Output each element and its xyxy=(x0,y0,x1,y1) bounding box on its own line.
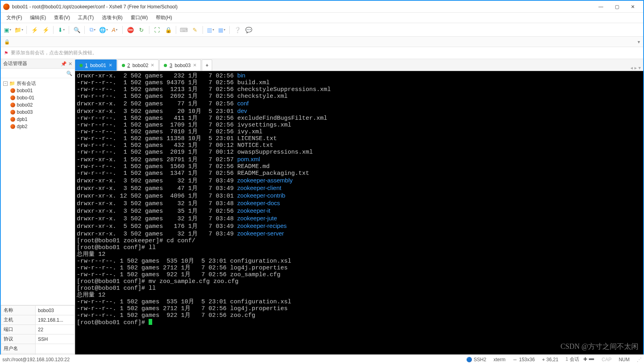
stop-icon[interactable]: ⛔ xyxy=(127,26,134,34)
tab-prev-icon[interactable]: ◂ xyxy=(630,65,633,71)
lock-icon[interactable]: 🔒 xyxy=(165,26,172,34)
status-num: NUM xyxy=(619,357,630,362)
menu-tabs[interactable]: 选项卡(B) xyxy=(99,13,126,22)
separator xyxy=(84,26,85,34)
tab-num: 1 xyxy=(85,63,88,68)
flag-icon: ⚑ xyxy=(4,50,8,56)
tab-close-icon[interactable]: ✕ xyxy=(109,63,112,68)
tab-bobo02[interactable]: 2 bobo02✕ xyxy=(117,59,159,71)
tab-label: bobo02 xyxy=(132,63,148,68)
tree-root[interactable]: − 📁 所有会话 xyxy=(2,80,73,87)
font-button[interactable]: A xyxy=(111,26,118,34)
copy-button[interactable]: ⧉ xyxy=(89,26,96,34)
chat-icon[interactable]: 💬 xyxy=(245,26,252,34)
titlebar: bobo01 - root@bobo01:/opt/zookeeper/conf… xyxy=(1,1,643,13)
prop-user-v xyxy=(36,344,75,354)
tab-num: 2 xyxy=(127,63,130,68)
status-dot-icon xyxy=(164,64,167,67)
status-sess: 1 会话 ✚ ➖ xyxy=(566,356,594,363)
xftp-button[interactable]: ⬇ xyxy=(58,26,65,34)
highlight-box-1 xyxy=(75,327,138,336)
search-icon[interactable]: 🔍 xyxy=(73,26,80,34)
window-title: bobo01 - root@bobo01:/opt/zookeeper/conf… xyxy=(12,4,593,10)
session-label: bobo01 xyxy=(17,88,33,93)
menu-help[interactable]: 帮助(H) xyxy=(153,13,175,22)
separator xyxy=(176,26,176,34)
tab-label: bobo03 xyxy=(175,63,191,68)
session-item[interactable]: bobo01 xyxy=(2,87,73,94)
session-icon xyxy=(10,110,15,115)
session-icon xyxy=(10,117,15,122)
highlight-icon[interactable]: ✎ xyxy=(191,26,199,34)
hint-bar: ⚑ 要添加当前会话，点击左侧的箭头按钮。 xyxy=(1,47,643,59)
session-item[interactable]: bobo02 xyxy=(2,101,73,109)
reconnect-button[interactable]: ⚡ xyxy=(31,26,38,34)
status-ssh: 🔵 SSH2 xyxy=(466,357,486,362)
prop-host-v: 192.168.1... xyxy=(36,315,75,325)
hint-text: 要添加当前会话，点击左侧的箭头按钮。 xyxy=(11,49,97,56)
menu-view[interactable]: 查看(V) xyxy=(51,13,73,22)
session-tree[interactable]: − 📁 所有会话 bobo01bobo-01bobo02bobo03dpb1dp… xyxy=(1,78,75,305)
toolbar: ▣ 📁 ⚡ ⚡ ⬇ 🔍 ⧉ 🌐 A ⛔ ↻ ⛶ 🔒 ⌨ ✎ ▥ ▦ ❔ 💬 xyxy=(1,23,643,37)
minimize-button[interactable]: — xyxy=(593,2,609,12)
session-item[interactable]: bobo-01 xyxy=(2,94,73,101)
tab-bobo03[interactable]: 3 bobo03✕ xyxy=(159,59,201,71)
separator xyxy=(229,26,230,34)
session-item[interactable]: bobo03 xyxy=(2,109,73,116)
tab-menu-icon[interactable]: ▾ xyxy=(638,65,641,71)
close-button[interactable]: ✕ xyxy=(625,2,641,12)
prop-user-k: 用户名 xyxy=(1,344,36,354)
layout2-icon[interactable]: ▦ xyxy=(218,26,225,34)
collapse-icon[interactable]: − xyxy=(3,81,8,86)
status-dot-icon xyxy=(122,64,125,67)
status-bar: ssh://root@192.168.100.120:22 🔵 SSH2 xte… xyxy=(0,354,644,364)
tab-label: bobo01 xyxy=(90,63,106,68)
workarea: 会话管理器 📌 ✕ 🔍 − 📁 所有会话 bobo01bobo-01bobo02… xyxy=(1,59,643,363)
help-icon[interactable]: ❔ xyxy=(234,26,241,34)
layout-icon[interactable]: ▥ xyxy=(207,26,214,34)
prop-port-v: 22 xyxy=(36,325,75,334)
address-bar[interactable]: 🔒 ▾ xyxy=(1,37,643,47)
disconnect-button[interactable]: ⚡ xyxy=(42,26,49,34)
chevron-down-icon[interactable]: ▾ xyxy=(638,39,640,45)
panel-search[interactable]: 🔍 xyxy=(1,69,75,78)
fullscreen-icon[interactable]: ⛶ xyxy=(153,26,161,34)
menu-edit[interactable]: 编辑(E) xyxy=(27,13,49,22)
tab-close-icon[interactable]: ✕ xyxy=(193,63,197,68)
session-item[interactable]: dpb1 xyxy=(2,116,73,123)
globe-icon[interactable]: 🌐 xyxy=(100,26,107,34)
menu-file[interactable]: 文件(F) xyxy=(3,13,25,22)
app-icon xyxy=(3,4,10,10)
prop-name-v: bobo03 xyxy=(36,306,75,315)
tab-bobo01[interactable]: 1 bobo01✕ xyxy=(75,59,117,71)
status-pos: ⌖ 36,21 xyxy=(542,357,559,362)
maximize-button[interactable]: ▢ xyxy=(609,2,625,12)
terminal[interactable]: drwxr-xr-x. 2 502 games 232 1月 7 02:56 b… xyxy=(75,71,643,327)
pin-icon[interactable]: 📌 xyxy=(61,61,67,67)
status-cap: CAP xyxy=(602,357,612,362)
session-label: dpb2 xyxy=(17,124,28,129)
prop-port-k: 端口 xyxy=(1,325,36,334)
main-area: 1 bobo01✕2 bobo02✕3 bobo03✕ + ◂ ▸ ▾ drwx… xyxy=(75,59,643,363)
tab-next-icon[interactable]: ▸ xyxy=(634,65,637,71)
open-session-button[interactable]: 📁 xyxy=(15,26,22,34)
refresh-icon[interactable]: ↻ xyxy=(138,26,145,34)
panel-close-icon[interactable]: ✕ xyxy=(68,61,72,67)
session-item[interactable]: dpb2 xyxy=(2,123,73,130)
new-session-button[interactable]: ▣ xyxy=(4,26,11,34)
menu-tools[interactable]: 工具(T) xyxy=(75,13,97,22)
separator xyxy=(53,26,54,34)
session-icon xyxy=(10,88,15,93)
session-label: bobo03 xyxy=(17,109,33,115)
status-grip-icon[interactable]: ⋰ xyxy=(637,357,642,362)
separator xyxy=(69,26,69,34)
keyboard-icon[interactable]: ⌨ xyxy=(180,26,187,34)
separator xyxy=(26,26,27,34)
prop-name-k: 名称 xyxy=(1,306,36,315)
menu-window[interactable]: 窗口(W) xyxy=(127,13,151,22)
tab-close-icon[interactable]: ✕ xyxy=(151,63,154,68)
prop-proto-v: SSH xyxy=(36,334,75,344)
lock-icon: 🔒 xyxy=(4,39,10,45)
add-tab-button[interactable]: + xyxy=(202,59,212,71)
status-term: xterm xyxy=(493,357,505,362)
